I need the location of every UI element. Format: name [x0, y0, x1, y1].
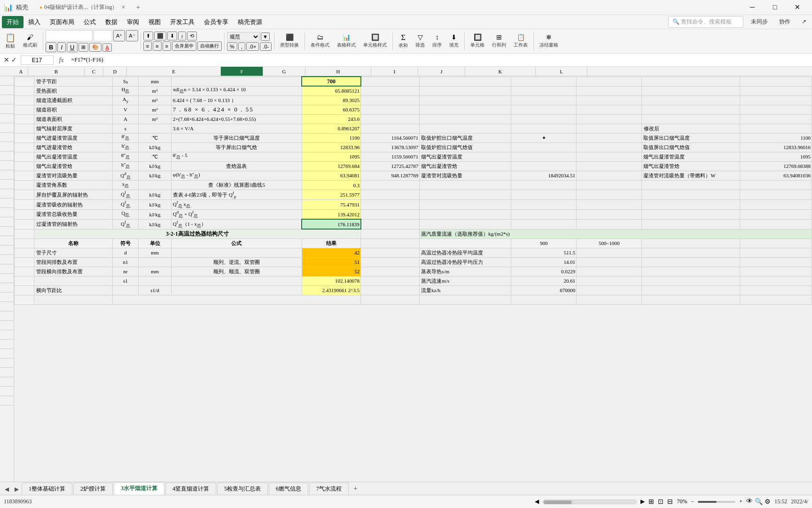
tab-5[interactable]: 5检查与汇总表 — [217, 483, 268, 495]
row-num[interactable] — [0, 180, 14, 189]
cell-H[interactable] — [420, 210, 511, 220]
align-mid-btn[interactable]: ⬛ — [154, 32, 166, 40]
cell-H[interactable] — [420, 114, 511, 124]
cell-F-active[interactable]: 176.11839 — [302, 219, 360, 229]
cell-K[interactable] — [642, 238, 740, 248]
decrease-decimal-btn[interactable]: .0- — [260, 42, 272, 51]
cell-C[interactable]: Qf总 — [112, 190, 139, 200]
col-header-J[interactable]: J — [418, 67, 465, 76]
cell-L[interactable] — [740, 190, 812, 200]
sync-btn[interactable]: 未同步 — [747, 16, 772, 27]
nav-next-tab-btn[interactable]: ▶ — [12, 484, 22, 495]
cell-I[interactable] — [511, 124, 577, 133]
struct-sym[interactable]: d — [112, 248, 139, 257]
cell-K[interactable] — [642, 286, 740, 295]
cell-H[interactable] — [420, 95, 511, 105]
cell-G[interactable]: 13678.53097 — [361, 143, 420, 152]
row-num[interactable] — [0, 86, 14, 95]
cell-F[interactable]: 139.42012 — [302, 210, 360, 220]
increase-decimal-btn[interactable]: .0+ — [246, 42, 259, 51]
cell-K[interactable] — [642, 219, 740, 229]
cell-F[interactable]: 1100 — [302, 133, 360, 143]
cell-K[interactable] — [642, 210, 740, 220]
struct-unit[interactable] — [139, 257, 172, 267]
cell-H[interactable] — [420, 181, 511, 190]
cell-G[interactable] — [361, 124, 420, 133]
cell-A[interactable] — [15, 257, 34, 267]
tab-7[interactable]: 7气水流程 — [309, 483, 349, 495]
cell-K[interactable]: 取值屏出口烟气焓值 — [642, 143, 740, 152]
cell-E[interactable]: Qd总 + Qf总 — [171, 210, 302, 220]
format-painter-btn[interactable]: 🖌格式刷 — [20, 31, 40, 52]
cell-D[interactable]: ℃ — [139, 133, 172, 143]
row-num[interactable] — [0, 311, 14, 321]
cell-J[interactable] — [577, 190, 642, 200]
col-header-E[interactable]: E — [127, 67, 221, 76]
cell-K[interactable] — [642, 190, 740, 200]
cell-L[interactable] — [740, 86, 812, 95]
cell-D[interactable] — [139, 124, 172, 133]
cell-L[interactable] — [740, 210, 812, 220]
cell-F[interactable]: 63.94081 — [302, 171, 360, 181]
cell-K[interactable] — [642, 86, 740, 95]
cell-L[interactable] — [740, 124, 812, 133]
cell-J[interactable] — [577, 143, 642, 152]
cell-A[interactable] — [15, 219, 34, 229]
cell-H[interactable] — [420, 86, 511, 95]
cell-K[interactable] — [642, 105, 740, 114]
cell-D[interactable]: kJ/kg — [139, 190, 172, 200]
row-num[interactable] — [0, 396, 14, 405]
cell-B[interactable]: 烟气出凝渣管温度 — [34, 152, 112, 161]
zoom-slider[interactable] — [698, 501, 735, 503]
sum-btn[interactable]: Σ求和 — [395, 31, 411, 52]
font-name-input[interactable]: 宋体 — [46, 30, 93, 41]
cell-G[interactable] — [361, 286, 420, 295]
cell-D[interactable]: kJ/kg — [139, 219, 172, 229]
sort-btn[interactable]: ↕排序 — [429, 31, 445, 52]
cell-H[interactable] — [420, 77, 511, 86]
cell-D[interactable]: m² — [139, 86, 172, 95]
align-bot-btn[interactable]: ⬇ — [167, 32, 177, 40]
struct-result[interactable]: 52 — [302, 267, 360, 276]
cell-K[interactable] — [642, 248, 740, 257]
cell-K[interactable] — [642, 181, 740, 190]
cell-E[interactable]: 6.424 × ( 7.68 − 10 × 0.133 ） — [171, 95, 302, 105]
paste-btn[interactable]: 📋粘贴 — [2, 31, 19, 52]
minimize-btn[interactable]: ─ — [742, 1, 763, 14]
bold-btn[interactable]: B — [46, 42, 56, 52]
cell-E[interactable]: 3.6 × V/A — [171, 124, 302, 133]
col-header-K[interactable]: K — [465, 67, 536, 76]
cell-G[interactable] — [361, 200, 420, 210]
cell-I[interactable] — [511, 105, 577, 114]
cell-J[interactable] — [577, 114, 642, 124]
menu-insert[interactable]: 插入 — [23, 16, 45, 28]
cell-G[interactable] — [361, 238, 420, 248]
row-num[interactable] — [0, 330, 14, 340]
auto-wrap-btn[interactable]: 自动换行 — [197, 41, 222, 51]
cell-C[interactable]: θ''总 — [112, 152, 139, 161]
cell-H[interactable] — [420, 105, 511, 114]
cell-C[interactable]: x总 — [112, 181, 139, 190]
cell-G[interactable]: 12725.42787 — [361, 161, 420, 171]
view-icon[interactable]: 👁 — [746, 498, 753, 506]
cell-E[interactable]: 等于屏出口烟气焓 — [171, 143, 302, 152]
row-num[interactable] — [0, 283, 14, 293]
cell-E[interactable]: 查表 4-6第23项，即等于 Qfp — [171, 190, 302, 200]
wrap-btn[interactable]: ⟲ — [187, 32, 197, 40]
cell-L[interactable]: 12833.96016 — [740, 143, 812, 152]
cell-L[interactable] — [740, 181, 812, 190]
cell-L[interactable] — [740, 200, 812, 210]
row-num[interactable] — [0, 123, 14, 133]
cell-B[interactable]: 烟道容积 — [34, 105, 112, 114]
freeze-pane-btn[interactable]: ❄冻结窗格 — [536, 31, 562, 52]
cell-H[interactable] — [420, 190, 511, 200]
cell-K[interactable] — [642, 295, 740, 304]
cell-E[interactable]: πdl总n = 3.14 × 0.133 × 6.424 × 10 — [171, 86, 302, 95]
cell-D[interactable]: kJ/kg — [139, 143, 172, 152]
cell-A[interactable] — [15, 133, 34, 143]
cell-C[interactable]: Qf总 — [112, 219, 139, 229]
tab-1[interactable]: 1整体基础计算 — [22, 483, 72, 495]
cell-H[interactable] — [420, 124, 511, 133]
scroll-thumb[interactable] — [544, 500, 572, 504]
menu-data[interactable]: 数据 — [101, 16, 122, 28]
